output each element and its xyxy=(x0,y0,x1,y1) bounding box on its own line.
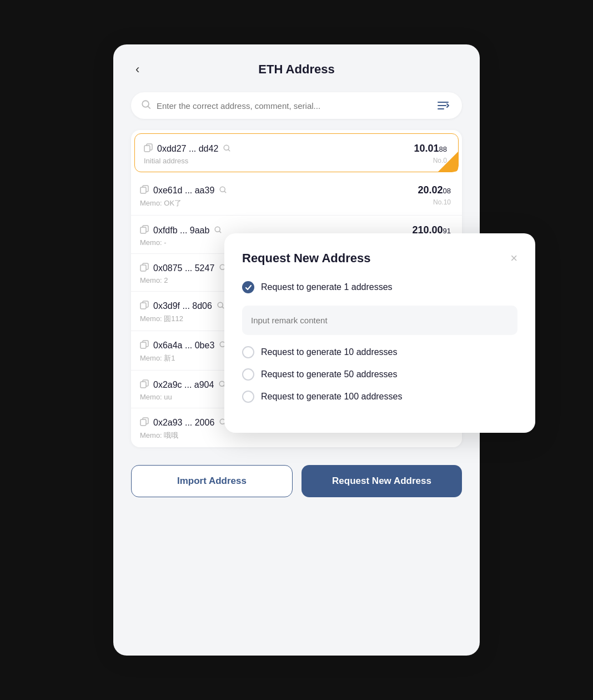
radio-label: Request to generate 10 addresses xyxy=(261,347,398,357)
svg-line-12 xyxy=(224,191,226,193)
svg-rect-6 xyxy=(144,146,150,152)
no-badge: No.10 xyxy=(433,198,451,208)
modal-option[interactable]: Request to generate 1 addresses xyxy=(242,281,517,346)
copy-icon[interactable] xyxy=(140,225,149,236)
copy-icon[interactable] xyxy=(140,340,149,351)
svg-rect-22 xyxy=(140,303,146,309)
address-text: 0xe61d ... aa39 xyxy=(153,186,214,196)
radio-option[interactable]: Request to generate 100 addresses xyxy=(242,391,517,403)
address-text: 0x2a93 ... 2006 xyxy=(153,418,214,428)
request-address-modal: Request New Address × Request to generat… xyxy=(224,233,535,433)
radio-label: Request to generate 1 addresses xyxy=(261,282,393,292)
address-search-icon[interactable] xyxy=(219,186,227,196)
svg-rect-10 xyxy=(140,187,146,193)
address-item[interactable]: 0xe61d ... aa39 20.0208 Memo: OK了 No.10 xyxy=(131,176,462,216)
modal-title: Request New Address xyxy=(242,251,370,266)
address-search-icon[interactable] xyxy=(223,144,231,154)
address-text: 0x6a4a ... 0be3 xyxy=(153,341,214,351)
checkmark-icon xyxy=(242,281,254,293)
modal-option[interactable]: Request to generate 10 addresses xyxy=(242,346,517,358)
modal-overlay: Request New Address × Request to generat… xyxy=(224,233,535,433)
svg-rect-18 xyxy=(140,265,146,271)
page-header: ‹ ETH Address xyxy=(131,62,462,77)
svg-rect-30 xyxy=(140,382,146,388)
svg-line-1 xyxy=(148,106,150,108)
search-input[interactable] xyxy=(157,101,434,111)
page-title: ETH Address xyxy=(258,62,334,77)
radio-label: Request to generate 50 addresses xyxy=(261,369,398,379)
copy-icon[interactable] xyxy=(140,379,149,391)
search-icon xyxy=(141,99,151,112)
address-text: 0xfdfb ... 9aab xyxy=(153,226,209,236)
copy-icon[interactable] xyxy=(144,143,153,154)
radio-option[interactable]: Request to generate 10 addresses xyxy=(242,346,517,358)
memo-text: Memo: OK了 xyxy=(140,198,182,208)
amount-main: 20.0208 xyxy=(418,184,451,196)
modal-option[interactable]: Request to generate 100 addresses xyxy=(242,391,517,403)
radio-option[interactable]: Request to generate 50 addresses xyxy=(242,368,517,381)
copy-icon[interactable] xyxy=(140,417,149,428)
memo-text: Memo: 哦哦 xyxy=(140,431,178,441)
radio-option-checked[interactable]: Request to generate 1 addresses xyxy=(242,281,517,293)
radio-label: Request to generate 100 addresses xyxy=(261,392,402,402)
bottom-buttons: Import Address Request New Address xyxy=(131,465,462,497)
address-text: 0xdd27 ... dd42 xyxy=(157,144,218,154)
request-new-address-button[interactable]: Request New Address xyxy=(301,465,462,497)
memo-text: Memo: 圆112 xyxy=(140,314,183,324)
address-text: 0x0875 ... 5247 xyxy=(153,263,214,273)
modal-close-button[interactable]: × xyxy=(510,252,517,264)
address-search-icon[interactable] xyxy=(217,301,225,311)
memo-text: Memo: 2 xyxy=(140,276,168,284)
svg-rect-26 xyxy=(140,342,146,348)
radio-circle xyxy=(242,391,254,403)
filter-button[interactable] xyxy=(434,99,452,112)
memo-text: Memo: 新1 xyxy=(140,353,175,363)
selected-indicator xyxy=(438,152,458,172)
copy-icon[interactable] xyxy=(140,301,149,312)
copy-icon[interactable] xyxy=(140,185,149,196)
memo-text: Memo: - xyxy=(140,238,167,247)
radio-circle xyxy=(242,346,254,358)
address-item[interactable]: 0xdd27 ... dd42 10.0188 Initial address … xyxy=(134,133,459,172)
svg-rect-14 xyxy=(140,227,146,233)
address-search-icon[interactable] xyxy=(214,226,222,236)
search-bar xyxy=(131,92,462,119)
remark-input[interactable] xyxy=(242,306,517,335)
modal-option[interactable]: Request to generate 50 addresses xyxy=(242,368,517,381)
address-text: 0x2a9c ... a904 xyxy=(153,380,214,390)
memo-text: Memo: uu xyxy=(140,393,172,401)
address-text: 0x3d9f ... 8d06 xyxy=(153,301,212,311)
back-button[interactable]: ‹ xyxy=(131,60,144,79)
modal-header: Request New Address × xyxy=(242,251,517,266)
memo-text: Initial address xyxy=(144,157,188,165)
main-card: ‹ ETH Address xyxy=(113,44,480,656)
import-address-button[interactable]: Import Address xyxy=(131,465,293,497)
copy-icon[interactable] xyxy=(140,263,149,274)
svg-line-16 xyxy=(220,231,222,233)
svg-line-8 xyxy=(228,149,230,151)
svg-line-24 xyxy=(222,307,224,308)
radio-circle xyxy=(242,368,254,381)
modal-options: Request to generate 1 addresses Request … xyxy=(242,281,517,403)
svg-rect-34 xyxy=(140,419,146,426)
